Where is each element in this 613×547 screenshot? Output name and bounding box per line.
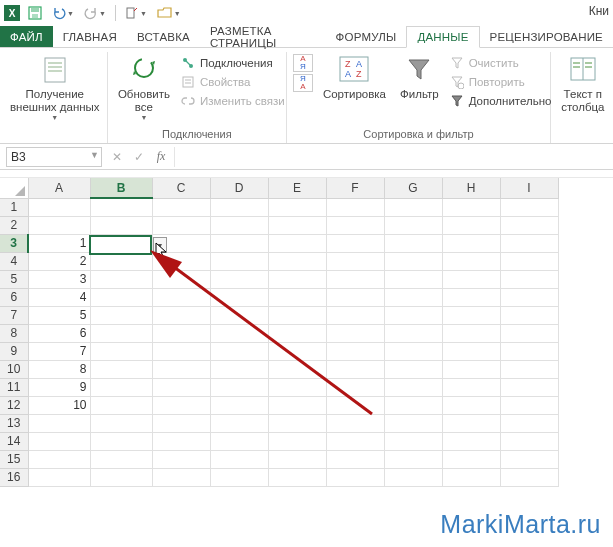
cell[interactable] [90, 414, 152, 432]
column-header[interactable]: D [210, 178, 268, 198]
cell[interactable] [268, 288, 326, 306]
column-header[interactable]: G [384, 178, 442, 198]
cell[interactable] [268, 378, 326, 396]
cell[interactable] [268, 306, 326, 324]
cell[interactable] [210, 432, 268, 450]
cell[interactable] [500, 450, 558, 468]
cell[interactable] [500, 468, 558, 486]
text-to-columns-button[interactable]: Текст п столбца [557, 54, 608, 114]
cell[interactable] [90, 252, 152, 270]
cell[interactable] [268, 324, 326, 342]
cell[interactable] [384, 342, 442, 360]
cell[interactable] [384, 360, 442, 378]
enter-formula-button[interactable]: ✓ [128, 147, 150, 167]
cell[interactable] [210, 450, 268, 468]
cell[interactable] [210, 378, 268, 396]
cell[interactable] [326, 450, 384, 468]
cell[interactable] [90, 306, 152, 324]
cell[interactable] [442, 198, 500, 216]
cell[interactable] [384, 378, 442, 396]
cell[interactable] [442, 342, 500, 360]
cell[interactable] [210, 198, 268, 216]
select-all-corner[interactable] [0, 178, 28, 198]
cell[interactable] [384, 450, 442, 468]
cell[interactable] [210, 306, 268, 324]
cell[interactable] [268, 468, 326, 486]
cell[interactable] [500, 324, 558, 342]
cell[interactable] [210, 360, 268, 378]
cell[interactable] [28, 468, 90, 486]
cell[interactable] [442, 432, 500, 450]
cell[interactable] [90, 378, 152, 396]
cell[interactable] [500, 288, 558, 306]
cell[interactable]: 10 [28, 396, 90, 414]
cell[interactable] [268, 234, 326, 252]
cell[interactable] [28, 432, 90, 450]
cell[interactable] [268, 270, 326, 288]
cell[interactable] [90, 342, 152, 360]
cell[interactable] [326, 396, 384, 414]
worksheet-grid[interactable]: ABCDEFGHI1231425364758697108119121013141… [0, 178, 613, 487]
row-header[interactable]: 2 [0, 216, 28, 234]
filter-button[interactable]: Фильтр [396, 54, 443, 101]
cell[interactable] [210, 270, 268, 288]
cell[interactable] [500, 216, 558, 234]
get-external-data-button[interactable]: Получение внешних данных ▼ [6, 54, 104, 122]
redo-button[interactable]: ▼ [80, 4, 110, 22]
cell[interactable] [152, 216, 210, 234]
cell[interactable] [28, 216, 90, 234]
refresh-all-button[interactable]: Обновить все ▼ [114, 54, 174, 122]
cell[interactable] [442, 216, 500, 234]
cell[interactable] [268, 432, 326, 450]
row-header[interactable]: 12 [0, 396, 28, 414]
cell[interactable] [500, 252, 558, 270]
cell[interactable] [500, 198, 558, 216]
sort-button[interactable]: ZAAZ Сортировка [319, 54, 390, 101]
cell[interactable]: 1 [28, 234, 90, 252]
cell[interactable] [210, 324, 268, 342]
cell[interactable] [152, 396, 210, 414]
cell[interactable] [326, 468, 384, 486]
cell[interactable] [500, 396, 558, 414]
cell[interactable] [384, 414, 442, 432]
cell[interactable] [442, 306, 500, 324]
column-header[interactable]: A [28, 178, 90, 198]
cell[interactable] [500, 306, 558, 324]
cell[interactable] [500, 342, 558, 360]
column-header[interactable]: F [326, 178, 384, 198]
cell[interactable] [384, 252, 442, 270]
name-box[interactable]: B3 ▼ [6, 147, 102, 167]
cell[interactable] [442, 396, 500, 414]
cell[interactable] [28, 198, 90, 216]
row-header[interactable]: 11 [0, 378, 28, 396]
cell[interactable] [268, 396, 326, 414]
cell[interactable] [210, 342, 268, 360]
cell[interactable] [90, 216, 152, 234]
formula-input[interactable] [174, 147, 613, 167]
cell[interactable] [384, 198, 442, 216]
row-header[interactable]: 10 [0, 360, 28, 378]
cell[interactable]: 4 [28, 288, 90, 306]
tab-review[interactable]: РЕЦЕНЗИРОВАНИЕ [480, 26, 613, 47]
cell[interactable] [152, 306, 210, 324]
cell[interactable] [90, 324, 152, 342]
cell[interactable] [500, 414, 558, 432]
cell[interactable] [210, 252, 268, 270]
row-header[interactable]: 5 [0, 270, 28, 288]
sort-asc-button[interactable]: АЯ [293, 54, 313, 72]
advanced-filter-button[interactable]: Дополнительно [449, 92, 552, 110]
cell[interactable]: 2 [28, 252, 90, 270]
cell[interactable] [268, 252, 326, 270]
cell[interactable] [500, 432, 558, 450]
row-header[interactable]: 13 [0, 414, 28, 432]
cell[interactable] [326, 414, 384, 432]
open-button[interactable]: ▼ [153, 4, 185, 22]
cell[interactable] [90, 468, 152, 486]
data-validation-dropdown-button[interactable]: ▾ [153, 237, 167, 253]
properties-button[interactable]: Свойства [180, 73, 285, 91]
cell[interactable] [384, 468, 442, 486]
cell[interactable] [384, 216, 442, 234]
tab-page-layout[interactable]: РАЗМЕТКА СТРАНИЦЫ [200, 26, 326, 47]
row-header[interactable]: 4 [0, 252, 28, 270]
cell[interactable] [326, 198, 384, 216]
